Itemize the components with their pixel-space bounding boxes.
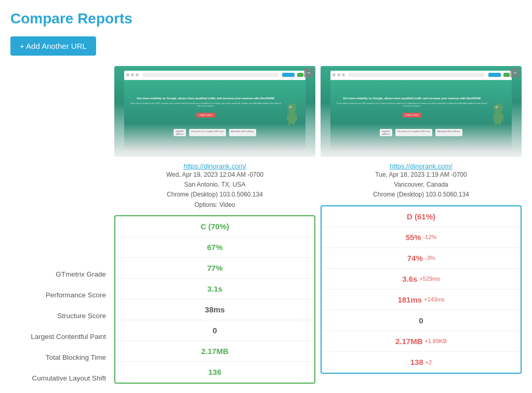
svg-point-3 [290, 107, 291, 108]
report-1-options: Options: Video [114, 200, 315, 210]
report-2-metrics: D (61%) 55% -12% 74% -3% 3.6s +529ms [321, 205, 522, 374]
label-cls: Cumulative Layout Shift [10, 368, 114, 388]
preview-body-2: Get more visibility on Google, attract m… [330, 80, 511, 153]
svg-point-7 [493, 111, 503, 124]
label-gtmetrix-grade: GTmetrix Grade [10, 264, 114, 284]
preview-cta-2: START FREE [403, 113, 421, 117]
preview-dot [342, 73, 345, 76]
svg-point-1 [287, 103, 297, 113]
report-2-date: Tue, Apr 18, 2023 1:19 AM -0700 [321, 170, 522, 180]
svg-rect-6 [292, 123, 295, 125]
preview-dot [337, 73, 340, 76]
label-page-size: Total Page Size [10, 388, 114, 393]
svg-point-8 [494, 103, 503, 113]
report-1-location: San Antonio, TX, USA [114, 180, 315, 190]
report-2-lcp: 3.6s +529ms [322, 269, 521, 290]
report-2-cls: 0 [322, 310, 521, 331]
report-1-grade: C (70%) [115, 216, 314, 237]
report-1-url[interactable]: https://dinorank.com/ [114, 162, 315, 170]
svg-rect-5 [288, 123, 290, 125]
reports-columns: Get more visibility on Google, attract m… [114, 66, 522, 393]
report-1-mockup: Get more visibility on Google, attract m… [124, 71, 305, 153]
svg-rect-13 [499, 123, 501, 125]
preview-dot [131, 73, 134, 76]
label-structure-score: Structure Score [10, 305, 114, 326]
report-1-date: Wed, Apr 19, 2023 12:04 AM -0700 [114, 170, 315, 180]
report-1-lcp: 3.1s [115, 279, 314, 299]
preview-dot [136, 73, 139, 76]
label-lcp: Largest Contentful Paint [10, 326, 114, 347]
preview-header-1 [124, 71, 305, 80]
label-performance-score: Performance Score [10, 284, 114, 305]
report-2-grade: D (61%) [322, 206, 521, 227]
svg-point-0 [287, 111, 297, 124]
label-tbt: Total Blocking Time [10, 347, 114, 368]
report-1-structure: 77% [115, 258, 314, 279]
report-2-meta: https://dinorank.com/ Tue, Apr 18, 2023 … [321, 162, 522, 200]
report-1: Get more visibility on Google, attract m… [114, 66, 315, 393]
report-1-tbt: 38ms [115, 299, 314, 320]
page-container: Compare Reports + Add Another URL GTmetr… [0, 0, 532, 393]
report-2-preview: Get more visibility on Google, attract m… [321, 66, 522, 157]
preview-header-2 [330, 71, 511, 80]
preview-cta-1: START FREE [196, 113, 215, 117]
report-2-structure: 74% -3% [322, 248, 521, 269]
report-2: Get more visibility on Google, attract m… [321, 66, 522, 393]
report-1-pagesize: 2.17MB [115, 341, 314, 362]
preview-dot [332, 73, 336, 76]
report-2-requests: 138 +2 [322, 352, 521, 373]
dino-icon-1 [283, 97, 301, 125]
svg-point-10 [496, 107, 497, 108]
report-1-meta: https://dinorank.com/ Wed, Apr 19, 2023 … [114, 162, 315, 210]
report-2-pagesize: 2.17MB +1.89KB [322, 331, 521, 352]
reports-section: GTmetrix Grade Performance Score Structu… [10, 66, 522, 393]
preview-dot [126, 73, 129, 76]
remove-report-1-button[interactable]: − [304, 68, 313, 77]
report-1-preview: Get more visibility on Google, attract m… [114, 66, 315, 157]
page-title: Compare Reports [10, 10, 522, 27]
report-1-requests: 136 [115, 362, 314, 383]
preview-body-1: Get more visibility on Google, attract m… [124, 80, 305, 153]
preview-headline-2: Get more visibility on Google, attract m… [335, 97, 489, 100]
labels-column: GTmetrix Grade Performance Score Structu… [10, 66, 114, 393]
report-2-url[interactable]: https://dinorank.com/ [321, 162, 522, 170]
report-1-browser: Chrome (Desktop) 103.0.5060.134 [114, 190, 315, 200]
report-1-cls: 0 [115, 320, 314, 341]
report-1-performance: 67% [115, 237, 314, 258]
report-2-location: Vancouver, Canada [321, 180, 522, 190]
report-1-metrics: C (70%) 67% 77% 3.1s 38ms 0 [114, 215, 315, 384]
report-2-browser: Chrome (Desktop) 103.0.5060.134 [321, 190, 522, 200]
report-2-performance: 55% -12% [322, 227, 521, 248]
preview-headline-1: Get more visibility on Google, attract m… [128, 97, 283, 100]
svg-rect-12 [495, 123, 497, 125]
report-2-mockup: Get more visibility on Google, attract m… [330, 71, 511, 153]
add-url-button[interactable]: + Add Another URL [10, 36, 96, 56]
remove-report-2-button[interactable]: − [510, 68, 520, 77]
dino-icon-2 [489, 97, 508, 125]
report-2-tbt: 181ms +143ms [322, 290, 521, 310]
